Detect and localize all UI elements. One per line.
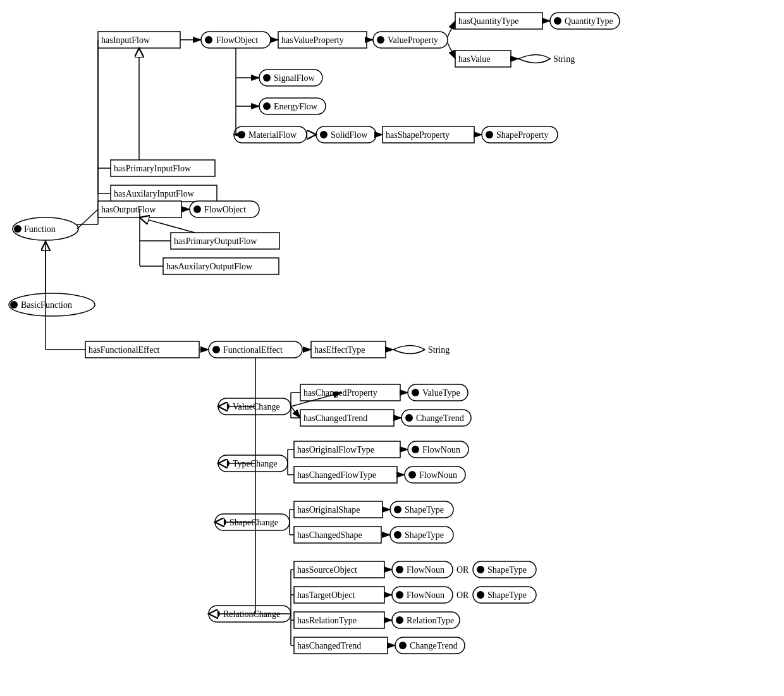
shapetype4-label: ShapeType [487,590,527,600]
flowobject2-dot [193,205,201,213]
functionaleffect-label: FunctionalEffect [223,345,283,355]
string-open-arc [393,346,425,354]
hasquantitytype-label: hasQuantityType [458,16,518,26]
changetrend2-label: ChangeTrend [410,641,458,650]
flownoun1-dot [412,446,419,453]
shapetype1-dot [394,506,401,513]
functionaleffect-dot [212,346,220,353]
haschangedtrend2-label: hasChangedTrend [297,641,361,650]
energyflow-label: EnergyFlow [274,102,318,111]
materialflow-dot [238,131,245,138]
shapeproperty-dot [486,131,493,138]
flownoun4-label: FlowNoun [407,590,444,600]
shapetype3-dot [477,566,484,573]
or1-label: OR [456,565,469,575]
hasshapeproperty-label: hasShapeProperty [386,130,450,140]
main-svg: Function BasicFunction hasInputFlow Flow… [0,0,784,696]
valueprop-to-hasvalue [448,43,455,59]
valuetype-label: ValueType [422,388,460,398]
relationtype-label: RelationType [407,616,454,625]
flowobject2-label: FlowObject [204,205,246,214]
energyflow-dot [263,102,271,110]
solidflow-label: SolidFlow [331,130,368,140]
flowobject1-dot [205,36,212,44]
hasfunctionaleffect-label: hasFunctionalEffect [89,345,160,355]
shapetype1-label: ShapeType [405,505,444,515]
haschangedshape-label: hasChangedShape [297,530,362,540]
function-dot [14,225,21,233]
shapetype2-dot [394,531,401,539]
changetrend2-dot [399,642,407,649]
string-effect-label: String [428,345,450,355]
hasinputflow-label: hasInputFlow [101,35,150,45]
relationtype-dot [396,616,403,624]
valueproperty-label: ValueProperty [388,35,438,45]
hasvalue-label: hasValue [458,54,491,64]
haseffecttype-label: hasEffectType [314,345,365,355]
shapeproperty-label: ShapeProperty [496,130,548,140]
hasprimaryinputflow-label: hasPrimaryInputFlow [114,164,192,173]
materialflow-label: MaterialFlow [248,130,297,140]
string-arc [518,55,550,63]
quantitytype-label: QuantityType [565,16,613,26]
hasauxilaryinputflow-label: hasAuxilaryInputFlow [114,189,195,198]
valuechange-to-haschangedtrend1 [291,406,300,418]
flownoun3-label: FlowNoun [407,565,444,575]
fn-to-hasoutputflow [77,209,98,229]
changetrend1-dot [405,414,413,422]
basicfunction-label: BasicFunction [21,300,72,310]
hasprimaryoutputflow-label: hasPrimaryOutputFlow [174,236,257,246]
shapetype2-label: ShapeType [405,530,444,540]
flownoun4-dot [396,591,403,599]
hasoutputflow-label: hasOutputFlow [101,205,156,214]
hasrelationtype-label: hasRelationType [297,616,357,625]
changetrend1-label: ChangeTrend [416,413,464,423]
valuetype-dot [412,389,419,396]
haschangedtrend1-label: hasChangedTrend [303,413,367,423]
flownoun1-label: FlowNoun [422,445,460,455]
hasauxilaryoutputflow-label: hasAuxilaryOutputFlow [166,262,253,271]
string-label: String [553,54,575,64]
flownoun2-label: FlowNoun [419,470,457,480]
signalflow-dot [263,74,271,82]
flowobject1-label: FlowObject [216,35,258,45]
valueprop-to-hasqtype [448,21,455,37]
signalflow-label: SignalFlow [274,73,315,83]
shapetype4-dot [477,591,484,599]
ontology-diagram: Function BasicFunction hasInputFlow Flow… [0,0,784,696]
hasoriginalshape-label: hasOriginalShape [297,505,360,515]
flownoun3-dot [396,566,403,573]
solidflow-dot [320,131,328,138]
hasvalueproperty-label: hasValueProperty [281,35,344,45]
hastargteobject-label: hasTargetObject [297,590,355,600]
hassourceobject-label: hasSourceObject [297,565,357,575]
valueproperty-dot [377,36,384,44]
haschangedflowtype-label: hasChangedFlowType [297,470,376,480]
basicfunction-dot [10,301,18,308]
quantitytype-dot [554,17,561,25]
primaryoutput-to-hasoutput [140,217,195,233]
hasoriginalflowtype-label: hasOriginalFlowType [297,445,374,455]
function-label: Function [24,224,56,234]
flownoun2-dot [408,471,416,479]
or2-label: OR [456,590,469,600]
shapetype3-label: ShapeType [487,565,527,575]
